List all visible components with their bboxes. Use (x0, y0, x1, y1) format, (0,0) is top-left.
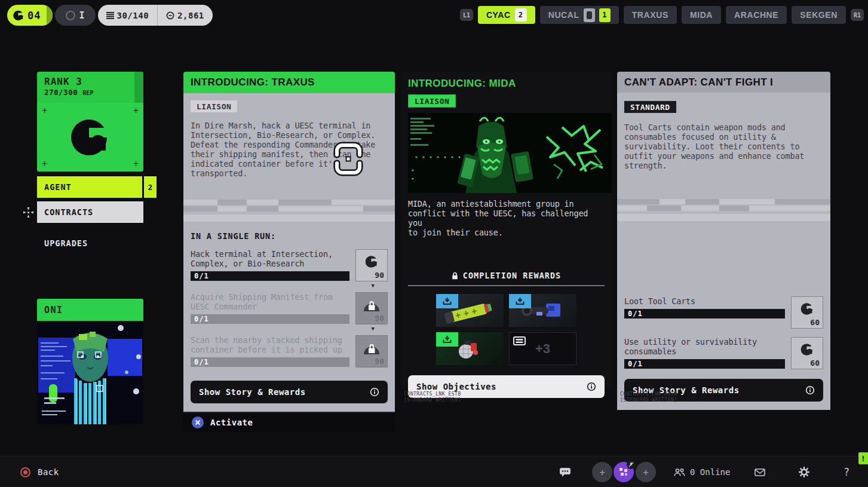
tab-label: CYAC (486, 10, 511, 20)
sidebar-item-contracts[interactable]: CONTRACTS (37, 201, 143, 223)
objective-progress-bar: 0/1 (191, 271, 349, 281)
faction-emblem-icon (66, 114, 114, 161)
tab-sekgen[interactable]: SEKGEN (792, 6, 846, 24)
settings-button[interactable] (799, 457, 809, 487)
tab-label: SEKGEN (800, 10, 838, 20)
rank-card: RANK 3 270/300 REP + + + + (37, 72, 143, 171)
info-icon (370, 387, 379, 397)
contract-type-badge: LIAISON (408, 94, 456, 108)
level-progress-edge (47, 5, 53, 26)
contract-type-badge: LIAISON (191, 100, 237, 112)
contract-card-cant-adapt: CAN'T ADAPT: CAN'T FIGHT I STANDARD Tool… (617, 72, 830, 410)
reward-tile-more[interactable]: +3 (509, 332, 576, 365)
reward-claim-badge (509, 294, 531, 308)
reward-tile[interactable] (436, 294, 504, 327)
chain-arrow-icon: ▼ (191, 327, 388, 330)
help-button[interactable]: ? (844, 457, 849, 487)
device-icon (584, 8, 595, 22)
notification-alert-badge[interactable]: ! (858, 452, 868, 464)
reward-claim-badge (436, 294, 458, 308)
reward-box: 60 (791, 296, 823, 329)
chain-arrow-icon: ▼ (191, 284, 388, 287)
faction-tabs: L1 CYAC 2 NUCAL 1 TRAXUS MIDA ARACHNE SE… (460, 6, 864, 24)
heading-label: COMPLETION REWARDS (463, 271, 561, 280)
rank-header: RANK 3 270/300 REP (37, 72, 143, 103)
contract-description: Tool Carts contain weapon mods and consu… (624, 122, 823, 170)
top-bar: 04 I 30/140 2,86 (0, 5, 868, 26)
add-player-icon: + (636, 462, 656, 482)
contracts-screen: 04 I 30/140 2,86 (0, 0, 868, 487)
contract-card-mida: INTRODUCING: MIDA LIAISON (401, 72, 612, 388)
stash-icon (513, 336, 526, 345)
tab-mida[interactable]: MIDA (682, 6, 721, 24)
credits-icon (166, 11, 174, 20)
card-body: LIAISON In Dire Marsh, hack a UESC termi… (183, 93, 395, 412)
reward-value: 60 (810, 359, 820, 367)
upgrades-label: UPGRADES (37, 232, 143, 254)
dpad-icon (23, 207, 34, 218)
resources-pill: 30/140 2,861 (98, 5, 213, 26)
contract-card-traxus: INTRODUCING: TRAXUS LIAISON In Dire Mars… (183, 72, 395, 432)
player-avatar (614, 462, 634, 482)
objectives-heading: IN A SINGLE RUN: (191, 231, 388, 241)
chat-button[interactable] (559, 457, 571, 487)
tab-traxus[interactable]: TRAXUS (624, 6, 677, 24)
avatar-glyph (618, 467, 629, 477)
footnote-line: CONTRACTS_LNK_ESTB (404, 391, 461, 397)
progress-stat: 30/140 (98, 5, 158, 26)
objective-row: Hack terminal at Intersection, Complex, … (191, 249, 388, 281)
credits-stat: 2,861 (157, 5, 213, 26)
card-title: INTRODUCING: MIDA (408, 72, 605, 90)
player-level-pill: 04 (7, 5, 53, 26)
back-label: Back (38, 467, 59, 477)
activate-action-bar[interactable]: Activate (183, 412, 395, 432)
decorative-bars (617, 199, 830, 221)
party-avatar[interactable] (614, 457, 634, 487)
tab-label: ARACHNE (734, 10, 778, 20)
contract-type-badge: STANDARD (624, 101, 676, 113)
corner-mark: + (42, 108, 47, 114)
contract-footnote: CONTRACTS_LNK_ESTB [STANDARD WRITTEN] (620, 391, 677, 403)
contract-description: MIDA, an antiestablishment group in conf… (408, 199, 605, 237)
contracts-label: CONTRACTS (37, 201, 143, 223)
mic-muted-icon (627, 460, 636, 469)
objective-progress-bar: 0/1 (624, 359, 785, 369)
tab-label: NUCAL (548, 10, 579, 20)
rank-emblem-panel: + + + + (37, 103, 143, 171)
tab-cyac[interactable]: CYAC 2 (478, 6, 535, 24)
oni-card: ONI (37, 299, 143, 424)
lock-icon (452, 272, 458, 280)
objective-row-locked: Acquire Shipping Manifest from UESC Comm… (191, 292, 388, 324)
question-icon: ? (844, 466, 849, 478)
objective-text: Loot Tool Carts (624, 296, 785, 306)
heading-divider (408, 285, 605, 286)
show-story-rewards-button[interactable]: Show Story & Rewards (191, 381, 388, 403)
sidebar-item-upgrades[interactable]: UPGRADES (37, 232, 143, 254)
card-title: INTRODUCING: TRAXUS (183, 72, 395, 93)
objective-text: Hack terminal at Intersection, Complex, … (191, 249, 349, 268)
sidebar-item-agent[interactable]: AGENT 2 (37, 176, 157, 198)
secondary-rank-pill: I (55, 5, 95, 26)
deliver-icon (443, 298, 452, 305)
reputation-icon (364, 254, 379, 269)
button-label: Show Story & Rewards (199, 387, 306, 397)
deliver-icon (443, 336, 452, 344)
tab-cyac-badge: 2 (515, 8, 527, 22)
card-title: CAN'T ADAPT: CAN'T FIGHT I (617, 72, 830, 93)
party-slot-right[interactable]: + (636, 457, 656, 487)
reward-tile[interactable] (436, 332, 504, 365)
corner-mark: + (133, 161, 139, 167)
rank-rep: 270/300 REP (44, 88, 136, 97)
corner-mark: + (42, 161, 47, 167)
online-count: 0 Online (690, 467, 730, 477)
reward-tile[interactable] (509, 294, 576, 327)
secondary-rank-value: I (79, 10, 84, 21)
party-slot-left[interactable]: + (592, 457, 612, 487)
mail-button[interactable] (754, 457, 765, 487)
tab-label: TRAXUS (632, 10, 668, 20)
reward-value: 90 (375, 357, 384, 366)
reward-box: 90 (355, 249, 388, 281)
tab-nucal[interactable]: NUCAL 1 (540, 6, 619, 24)
back-button[interactable]: Back (20, 457, 59, 487)
tab-arachne[interactable]: ARACHNE (726, 6, 787, 24)
